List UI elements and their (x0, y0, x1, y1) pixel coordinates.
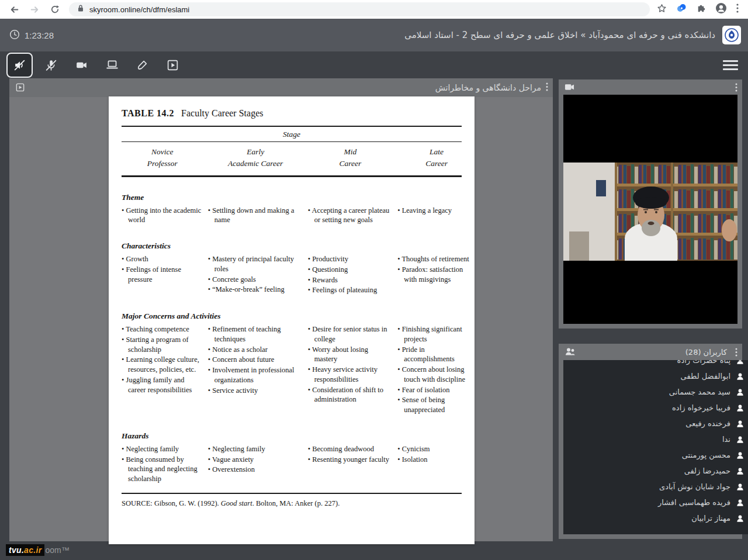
reload-icon[interactable] (50, 5, 60, 14)
table-cell: Desire for senior status in collegeWorry… (308, 324, 393, 416)
skyroom-brand-remainder: oom™ (45, 545, 69, 555)
table-bullet-item: Leaving a legacy (397, 206, 475, 216)
table-bullet-item: Cynicism (397, 444, 475, 454)
user-list-item[interactable]: پناه حضرات زاده (570, 360, 744, 368)
table-bullet-item: Finishing significant projects (397, 324, 475, 344)
table-cell: Thoughts of retirementParadox: satisfact… (397, 254, 475, 296)
table-caption: TABLE 14.2Faculty Career Stages (122, 108, 462, 119)
user-list-item[interactable]: ابوالفضل لطفی (570, 368, 744, 384)
forward-icon[interactable] (30, 5, 40, 15)
table-bullet-item: Overextension (208, 465, 303, 475)
table-bullet-item: Neglecting family (208, 444, 303, 454)
users-list[interactable]: پناه حضرات زادهابوالفضل لطفیسید محمد جسم… (563, 360, 748, 534)
webcam-video (563, 95, 737, 324)
bookmark-star-icon[interactable] (657, 4, 667, 16)
session-timer: 1:23:28 (9, 19, 54, 51)
timer-value: 1:23:28 (25, 30, 54, 40)
table-label: TABLE 14.2 (122, 108, 174, 118)
presentation-icon (15, 82, 25, 95)
speaker-mute-button[interactable] (6, 53, 33, 78)
table-bullet-item: “Make-or-break” feeling (208, 285, 303, 295)
webcam-button[interactable] (70, 54, 94, 77)
table-bullet-item: Thoughts of retirement (397, 254, 475, 264)
document-slide: TABLE 14.2Faculty Career Stages Stage No… (109, 96, 475, 544)
toolbar-menu-icon[interactable] (723, 60, 738, 70)
source-prefix: SOURCE: Gibson, G. W. (1992). (122, 499, 221, 507)
microphone-muted-icon (44, 58, 58, 72)
user-avatar-icon (736, 451, 744, 459)
table-cell: Leaving a legacy (397, 206, 475, 226)
user-avatar-icon (736, 514, 744, 523)
webcam-frame (563, 163, 737, 261)
user-name: فریبا خیرخواه زاده (672, 403, 730, 412)
table-cell: Accepting a career plateau or setting ne… (308, 206, 393, 226)
table-bullet-item: Settling down and making a name (208, 206, 303, 226)
table-bullet-item: Becoming deadwood (308, 444, 393, 454)
back-icon[interactable] (9, 5, 19, 15)
user-list-item[interactable]: فرخنده رفیعی (570, 416, 744, 431)
video-panel (559, 79, 742, 329)
video-panel-kebab-icon[interactable] (735, 83, 737, 94)
meeting-header: 1:23:28 دانشکده فنی و حرفه ای محمودآباد … (0, 19, 748, 51)
source-italic: Good start (221, 499, 252, 507)
university-logo (722, 26, 741, 44)
extensions-puzzle-icon[interactable] (696, 4, 706, 16)
table-title: Faculty Career Stages (181, 108, 263, 118)
table-bullet-item: Concern about losing touch with discipli… (397, 365, 475, 385)
drawing-tool-button[interactable] (130, 54, 154, 77)
whiteboard-header: مراحل دانشگاهی و مخاطراتش (9, 78, 553, 97)
table-bullet-item: Concern about future (208, 355, 303, 365)
tvu-badge-prefix: tvu. (9, 545, 24, 555)
table-cell: Getting into the academic world (122, 206, 203, 226)
table-bullet-item: Mastery of principal faculty roles (208, 254, 303, 274)
table-bullet-item: Feelings of intense pressure (122, 265, 203, 285)
media-player-button[interactable] (161, 54, 185, 77)
university-logo-icon (724, 27, 739, 43)
table-bullet-item: Neglecting family (122, 444, 203, 454)
table-bullet-item: Paradox: satisfaction with misgivings (397, 265, 475, 285)
users-panel-kebab-icon[interactable] (735, 348, 737, 359)
user-list-item[interactable]: فریبا خیرخواه زاده (570, 400, 744, 416)
whiteboard-stage: مراحل دانشگاهی و مخاطراتش TABLE 14.2Facu… (9, 78, 553, 541)
user-name: سید محمد جسمانی (669, 388, 730, 396)
table-bullet-item: Productivity (308, 254, 393, 264)
video-panel-camera-icon (565, 83, 574, 94)
extension-blue-icon[interactable] (676, 3, 687, 16)
table-cell: Neglecting familyVague anxietyOverextens… (208, 444, 303, 485)
user-avatar-icon (736, 483, 744, 491)
profile-avatar-icon[interactable] (715, 2, 727, 16)
table-bullet-item: Isolation (397, 455, 475, 465)
table-bullet-item: Being consumed by teaching and neglectin… (122, 455, 203, 484)
users-panel: کاربران (28) پناه حضرات زادهابوالفضل لطف… (559, 344, 742, 539)
users-people-icon (565, 347, 576, 358)
source-suffix: . Bolton, MA: Anker (p. 227). (252, 499, 340, 507)
users-panel-header: کاربران (28) (559, 344, 742, 360)
table-bullet-item: Feelings of plateauing (308, 285, 393, 295)
address-bar[interactable]: skyroom.online/ch/dfm/eslami (69, 2, 650, 16)
table-cell: GrowthFeelings of intense pressure (122, 254, 203, 296)
user-list-item[interactable]: سید محمد جسمانی (570, 384, 744, 400)
lock-icon (77, 4, 84, 15)
microphone-mute-button[interactable] (39, 54, 63, 77)
column-header: Mid Career (308, 146, 393, 170)
user-name: مهناز ترابیان (691, 514, 730, 523)
brand-watermark: tvu.ac.ir oom™ (6, 544, 70, 556)
user-list-item[interactable]: حمیدرضا زلفی (570, 463, 744, 479)
user-name: محسن پورمنتی (682, 451, 730, 459)
user-list-item[interactable]: محسن پورمنتی (570, 447, 744, 463)
users-panel-title: کاربران (28) (685, 344, 727, 360)
table-bullet-item: Learning college culture, resources, pol… (122, 355, 203, 375)
whiteboard-kebab-icon[interactable] (546, 82, 548, 93)
user-list-item[interactable]: ندا (570, 431, 744, 447)
user-name: فرخنده رفیعی (685, 419, 730, 428)
user-list-item[interactable]: جواد شایان نوش آبادی (570, 479, 744, 495)
table-section-heading: Hazards (122, 431, 475, 441)
meeting-toolbar (0, 51, 748, 78)
browser-menu-kebab-icon[interactable] (736, 4, 739, 15)
table-bullet-item: Pride in accomplishments (397, 345, 475, 365)
table-bullet-item: Desire for senior status in college (308, 324, 393, 344)
column-header: Late Career (397, 146, 475, 170)
screen-share-button[interactable] (100, 54, 124, 77)
user-list-item[interactable]: فریده طهماسبی افشار (570, 495, 744, 510)
user-list-item[interactable]: مهناز ترابیان (570, 510, 744, 526)
